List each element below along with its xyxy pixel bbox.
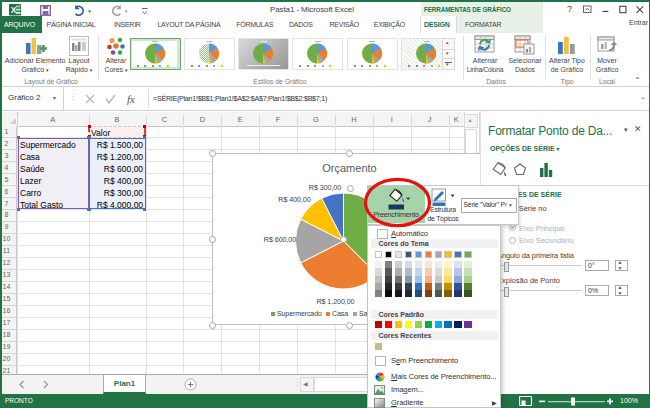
svg-text:X: X [11, 5, 17, 15]
svg-text:fx: fx [127, 93, 135, 105]
